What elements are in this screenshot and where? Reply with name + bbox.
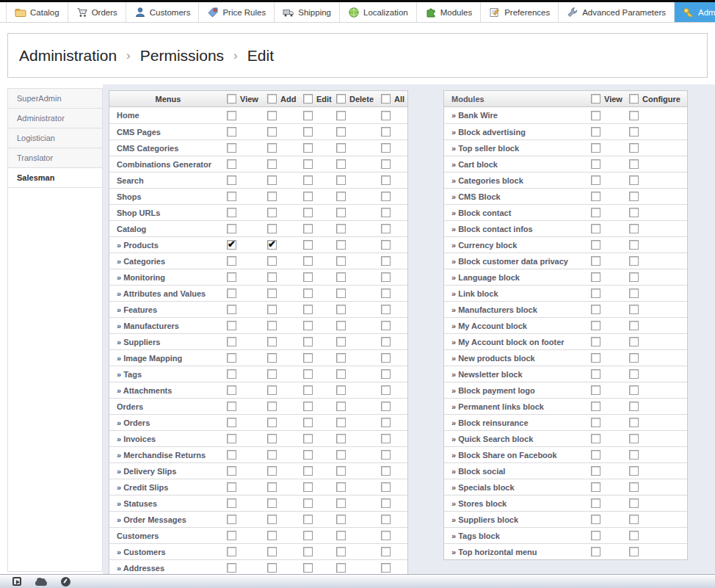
select-all-view-checkbox[interactable]	[227, 94, 236, 104]
add-checkbox[interactable]	[267, 466, 277, 476]
configure-checkbox[interactable]	[629, 466, 639, 476]
delete-checkbox[interactable]	[336, 305, 346, 314]
delete-checkbox[interactable]	[336, 418, 346, 427]
add-checkbox[interactable]	[267, 434, 277, 443]
view-checkbox[interactable]	[591, 498, 600, 508]
tab-modules[interactable]: Modules	[417, 2, 481, 22]
view-checkbox[interactable]	[591, 482, 600, 492]
edit-checkbox[interactable]	[303, 192, 313, 201]
view-checkbox[interactable]	[591, 434, 600, 443]
delete-checkbox[interactable]	[336, 240, 346, 250]
view-checkbox[interactable]	[591, 531, 600, 540]
all-checkbox[interactable]	[381, 531, 391, 540]
all-checkbox[interactable]	[381, 450, 391, 460]
edit-checkbox[interactable]	[303, 434, 313, 443]
all-checkbox[interactable]	[381, 159, 391, 169]
view-checkbox[interactable]	[591, 143, 600, 153]
view-checkbox[interactable]	[227, 466, 236, 476]
all-checkbox[interactable]	[381, 563, 391, 573]
all-checkbox[interactable]	[381, 256, 391, 266]
select-all-all-checkbox[interactable]	[381, 94, 391, 104]
view-checkbox[interactable]	[591, 547, 600, 556]
configure-checkbox[interactable]	[629, 418, 639, 427]
all-checkbox[interactable]	[381, 402, 391, 411]
add-checkbox[interactable]	[267, 498, 277, 508]
view-checkbox[interactable]	[227, 515, 236, 524]
add-checkbox[interactable]	[267, 353, 277, 363]
add-checkbox[interactable]	[267, 321, 277, 330]
view-checkbox[interactable]	[227, 288, 236, 298]
tab-administration[interactable]: Administration	[675, 2, 715, 22]
view-checkbox[interactable]	[227, 498, 236, 508]
view-checkbox[interactable]	[227, 531, 236, 540]
add-checkbox[interactable]	[267, 127, 277, 137]
configure-checkbox[interactable]	[629, 531, 639, 540]
configure-checkbox[interactable]	[629, 111, 639, 120]
configure-checkbox[interactable]	[629, 450, 639, 460]
edit-checkbox[interactable]	[303, 369, 313, 379]
delete-checkbox[interactable]	[336, 515, 346, 524]
edit-checkbox[interactable]	[303, 288, 313, 298]
sidebar-item-salesman[interactable]: Salesman	[7, 167, 103, 188]
all-checkbox[interactable]	[381, 353, 391, 363]
add-checkbox[interactable]	[267, 143, 277, 153]
configure-checkbox[interactable]	[629, 288, 639, 298]
configure-checkbox[interactable]	[629, 369, 639, 379]
add-checkbox[interactable]	[267, 450, 277, 460]
configure-checkbox[interactable]	[629, 305, 639, 314]
view-checkbox[interactable]	[591, 240, 600, 250]
edit-checkbox[interactable]	[303, 305, 313, 314]
view-checkbox[interactable]	[227, 402, 236, 411]
add-checkbox[interactable]	[267, 272, 277, 282]
all-checkbox[interactable]	[381, 515, 391, 524]
view-checkbox[interactable]	[227, 563, 236, 573]
delete-checkbox[interactable]	[336, 159, 346, 169]
delete-checkbox[interactable]	[336, 482, 346, 492]
sidebar-item-superadmin[interactable]: SuperAdmin	[7, 88, 103, 109]
all-checkbox[interactable]	[381, 337, 391, 346]
view-checkbox[interactable]	[591, 305, 600, 314]
sidebar-item-administrator[interactable]: Administrator	[7, 108, 103, 128]
edit-checkbox[interactable]	[303, 256, 313, 266]
delete-checkbox[interactable]	[336, 192, 346, 201]
delete-checkbox[interactable]	[336, 143, 346, 153]
delete-checkbox[interactable]	[336, 321, 346, 330]
view-checkbox[interactable]	[591, 385, 600, 395]
view-checkbox[interactable]	[591, 515, 600, 524]
edit-checkbox[interactable]	[303, 563, 313, 573]
view-checkbox[interactable]	[227, 547, 236, 556]
tab-advanced-parameters[interactable]: Advanced Parameters	[559, 2, 675, 22]
play-square-icon[interactable]	[12, 577, 21, 586]
view-checkbox[interactable]	[591, 192, 600, 201]
view-checkbox[interactable]	[227, 321, 236, 330]
delete-checkbox[interactable]	[336, 563, 346, 573]
delete-checkbox[interactable]	[336, 272, 346, 282]
delete-checkbox[interactable]	[336, 498, 346, 508]
add-checkbox[interactable]	[267, 482, 277, 492]
all-checkbox[interactable]	[381, 272, 391, 282]
delete-checkbox[interactable]	[336, 547, 346, 556]
view-checkbox[interactable]	[227, 353, 236, 363]
view-checkbox[interactable]	[227, 240, 236, 250]
add-checkbox[interactable]	[267, 288, 277, 298]
view-checkbox[interactable]	[591, 256, 600, 266]
view-checkbox[interactable]	[227, 272, 236, 282]
view-checkbox[interactable]	[227, 256, 236, 266]
edit-checkbox[interactable]	[303, 402, 313, 411]
delete-checkbox[interactable]	[336, 369, 346, 379]
delete-checkbox[interactable]	[336, 111, 346, 120]
edit-checkbox[interactable]	[303, 175, 313, 185]
tab-localization[interactable]: Localization	[340, 2, 417, 22]
view-checkbox[interactable]	[591, 402, 600, 411]
all-checkbox[interactable]	[381, 369, 391, 379]
edit-checkbox[interactable]	[303, 515, 313, 524]
add-checkbox[interactable]	[267, 256, 277, 266]
configure-checkbox[interactable]	[629, 272, 639, 282]
edit-checkbox[interactable]	[303, 208, 313, 217]
add-checkbox[interactable]	[267, 159, 277, 169]
edit-checkbox[interactable]	[303, 353, 313, 363]
edit-checkbox[interactable]	[303, 385, 313, 395]
tab-orders[interactable]: Orders	[68, 2, 126, 22]
edit-checkbox[interactable]	[303, 111, 313, 120]
gauge-icon[interactable]	[61, 577, 70, 587]
